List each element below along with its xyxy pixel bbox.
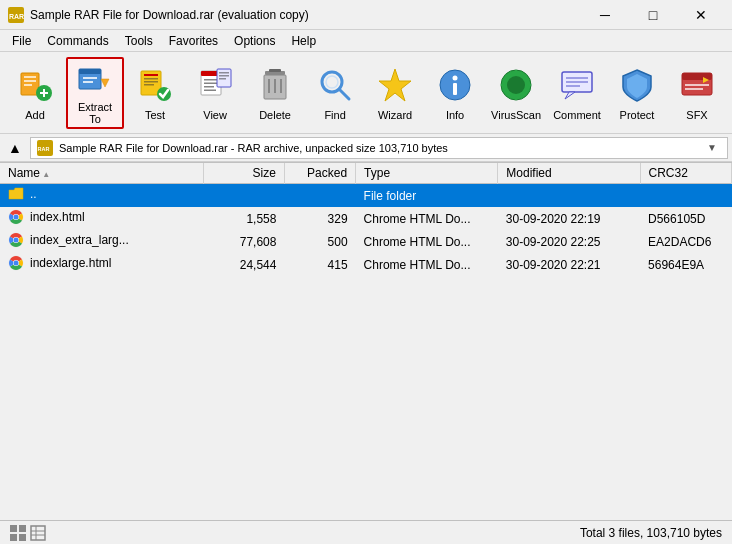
comment-icon (557, 65, 597, 105)
svg-rect-55 (682, 73, 712, 80)
menu-help[interactable]: Help (283, 32, 324, 50)
chrome-icon (8, 209, 24, 225)
status-text: Total 3 files, 103,710 bytes (580, 526, 722, 540)
wizard-button[interactable]: Wizard (366, 57, 424, 129)
wizard-label: Wizard (378, 109, 412, 121)
info-icon (435, 65, 475, 105)
table-row[interactable]: index_extra_larg...77,608500Chrome HTML … (0, 230, 732, 253)
table-header: Name Size Packed Type Modified CRC32 (0, 163, 732, 184)
svg-rect-31 (269, 69, 281, 72)
col-name-header[interactable]: Name (0, 163, 203, 184)
address-bar: ▲ RAR Sample RAR File for Download.rar -… (0, 134, 732, 162)
wizard-icon (375, 65, 415, 105)
delete-button[interactable]: Delete (246, 57, 304, 129)
col-packed-header[interactable]: Packed (284, 163, 355, 184)
svg-rect-10 (79, 69, 101, 74)
cell-type: Chrome HTML Do... (356, 230, 498, 253)
menu-file[interactable]: File (4, 32, 39, 50)
virusscan-icon (496, 65, 536, 105)
svg-rect-73 (19, 534, 26, 541)
find-button[interactable]: Find (306, 57, 364, 129)
cell-type: Chrome HTML Do... (356, 207, 498, 230)
minimize-button[interactable]: ─ (582, 0, 628, 30)
col-modified-header[interactable]: Modified (498, 163, 640, 184)
svg-rect-5 (24, 84, 32, 86)
view-button[interactable]: View (186, 57, 244, 129)
chrome-icon (8, 255, 24, 271)
title-controls: ─ □ ✕ (582, 0, 724, 30)
status-bar: Total 3 files, 103,710 bytes (0, 520, 732, 544)
svg-rect-16 (144, 78, 158, 80)
sfx-button[interactable]: SFX (668, 57, 726, 129)
col-type-header[interactable]: Type (356, 163, 498, 184)
maximize-button[interactable]: □ (630, 0, 676, 30)
cell-modified: 30-09-2020 22:21 (498, 253, 640, 276)
svg-rect-70 (10, 525, 17, 532)
cell-modified: 30-09-2020 22:25 (498, 230, 640, 253)
col-crc-header[interactable]: CRC32 (640, 163, 731, 184)
svg-point-38 (326, 76, 338, 88)
svg-rect-52 (566, 81, 588, 83)
virusscan-label: VirusScan (491, 109, 541, 121)
svg-rect-51 (566, 77, 588, 79)
svg-rect-18 (144, 84, 154, 86)
cell-packed: 500 (284, 230, 355, 253)
test-label: Test (145, 109, 165, 121)
cell-packed: 415 (284, 253, 355, 276)
rar-file-icon: RAR (37, 140, 53, 156)
add-label: Add (25, 109, 45, 121)
info-label: Info (446, 109, 464, 121)
comment-button[interactable]: Comment (548, 57, 606, 129)
cell-name: .. (0, 184, 203, 208)
cell-crc: D566105D (640, 207, 731, 230)
delete-label: Delete (259, 109, 291, 121)
svg-rect-29 (219, 78, 226, 80)
close-button[interactable]: ✕ (678, 0, 724, 30)
svg-rect-33 (268, 79, 270, 93)
svg-rect-74 (31, 526, 45, 540)
view-label: View (203, 109, 227, 121)
cell-crc: 56964E9A (640, 253, 731, 276)
toolbar: Add Extract To (0, 52, 732, 134)
cell-size: 1,558 (203, 207, 284, 230)
menu-options[interactable]: Options (226, 32, 283, 50)
chrome-icon (8, 232, 24, 248)
test-button[interactable]: Test (126, 57, 184, 129)
extract-to-icon (75, 61, 115, 97)
extract-to-label: Extract To (72, 101, 118, 125)
protect-button[interactable]: Protect (608, 57, 666, 129)
info-button[interactable]: Info (426, 57, 484, 129)
menu-favorites[interactable]: Favorites (161, 32, 226, 50)
extract-to-button[interactable]: Extract To (66, 57, 124, 129)
table-row[interactable]: index.html1,558329Chrome HTML Do...30-09… (0, 207, 732, 230)
back-button[interactable]: ▲ (4, 137, 26, 159)
cell-name: index.html (0, 207, 203, 230)
file-area: Name Size Packed Type Modified CRC32 ..F… (0, 162, 732, 520)
svg-rect-56 (685, 84, 709, 86)
svg-point-41 (453, 75, 458, 80)
protect-icon (617, 65, 657, 105)
find-icon (315, 65, 355, 105)
col-size-header[interactable]: Size (203, 163, 284, 184)
table-row[interactable]: indexlarge.html24,544415Chrome HTML Do..… (0, 253, 732, 276)
svg-rect-17 (144, 81, 158, 83)
menu-commands[interactable]: Commands (39, 32, 116, 50)
table-row[interactable]: ..File folder (0, 184, 732, 208)
virusscan-button[interactable]: VirusScan (486, 57, 546, 129)
file-name: .. (30, 187, 37, 201)
cell-crc (640, 184, 731, 208)
cell-crc: EA2DACD6 (640, 230, 731, 253)
svg-rect-28 (219, 75, 229, 77)
address-field: RAR Sample RAR File for Download.rar - R… (30, 137, 728, 159)
add-button[interactable]: Add (6, 57, 64, 129)
menu-tools[interactable]: Tools (117, 32, 161, 50)
svg-rect-15 (144, 74, 158, 76)
svg-marker-50 (565, 92, 575, 99)
add-icon (15, 65, 55, 105)
address-dropdown[interactable]: ▼ (703, 142, 721, 153)
app-icon: RAR (8, 7, 24, 23)
svg-rect-35 (280, 79, 282, 93)
menu-bar: File Commands Tools Favorites Options He… (0, 30, 732, 52)
address-text: Sample RAR File for Download.rar - RAR a… (59, 142, 697, 154)
svg-rect-11 (83, 77, 97, 79)
